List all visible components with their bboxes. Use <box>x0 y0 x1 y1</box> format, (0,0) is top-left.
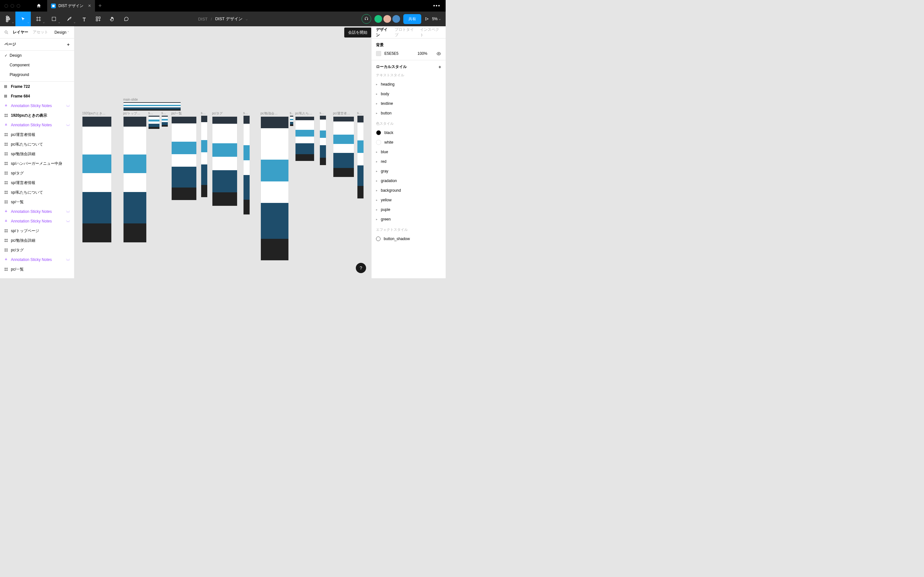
canvas-frame[interactable]: 1920pxのとき… <box>82 111 111 243</box>
color-style-item[interactable]: ▸yellow <box>376 195 441 205</box>
layer-item[interactable]: sp/一覧 <box>0 197 74 207</box>
canvas-frame[interactable]: pc/トップ… <box>123 111 147 243</box>
layer-item[interactable]: Annotation Sticky Notes <box>0 207 74 216</box>
layer-item[interactable]: pc/タグ <box>0 245 74 255</box>
page-item[interactable]: Playground <box>0 70 74 79</box>
shape-tool-button[interactable]: ⌵ <box>46 11 61 26</box>
color-swatch[interactable] <box>376 51 381 56</box>
right-panel-tabs: デザイン プロトタイプ インスペクト <box>372 26 446 39</box>
tab-inspect[interactable]: インスペクト <box>420 27 441 38</box>
canvas-frame[interactable]: s… <box>201 111 208 197</box>
color-style-item[interactable]: ▸gradation <box>376 176 441 185</box>
search-icon[interactable] <box>5 31 8 34</box>
comment-tool-button[interactable] <box>120 11 134 26</box>
audio-call-button[interactable] <box>362 14 371 24</box>
canvas-frame[interactable]: s… <box>320 111 326 165</box>
layer-item[interactable]: Annotation Sticky Notes <box>0 101 74 111</box>
canvas-frame[interactable]: pc/一覧 <box>171 111 197 200</box>
canvas[interactable]: main-slide1920pxのとき…pc/トップ…s…s…pc/一覧s…pc… <box>74 26 371 278</box>
resources-button[interactable] <box>91 11 105 26</box>
main-menu-button[interactable]: ⌵ <box>0 11 15 26</box>
pen-tool-button[interactable]: ⌵ <box>61 11 77 26</box>
canvas-frame[interactable]: pc/私たち… <box>295 111 314 161</box>
file-tab[interactable]: DIST デザイン ✕ <box>47 0 95 11</box>
tab-layers[interactable]: レイヤー <box>13 29 28 35</box>
layer-item[interactable]: sp/タグ <box>0 168 74 178</box>
color-style-item[interactable]: ▸green <box>376 214 441 224</box>
color-style-item[interactable]: ▸red <box>376 157 441 166</box>
color-style-item[interactable]: ▸blue <box>376 147 441 157</box>
canvas-frame[interactable]: main-slide <box>123 98 181 111</box>
hidden-icon[interactable] <box>66 219 70 223</box>
minimize-window-icon[interactable] <box>11 4 14 8</box>
layer-item[interactable]: Frame 684 <box>0 91 74 101</box>
color-style-item[interactable]: ▸background <box>376 185 441 195</box>
text-tool-button[interactable] <box>77 11 91 26</box>
canvas-frame[interactable]: s… <box>290 111 294 126</box>
file-title-area[interactable]: DIST / DIST デザイン ⌵ <box>198 16 247 22</box>
page-item[interactable]: Design <box>0 51 74 60</box>
text-style-item[interactable]: ▸body <box>376 89 441 99</box>
layer-item[interactable]: Frame 722 <box>0 82 74 91</box>
color-style-item[interactable]: white <box>376 137 441 147</box>
layer-item[interactable]: Annotation Sticky Notes <box>0 120 74 130</box>
color-style-item[interactable]: ▸puple <box>376 205 441 214</box>
color-style-item[interactable]: black <box>376 128 441 137</box>
layer-item[interactable]: 1920pxのときの表示 <box>0 111 74 120</box>
tab-prototype[interactable]: プロトタイプ <box>395 27 416 38</box>
hidden-icon[interactable] <box>66 123 70 127</box>
canvas-frame[interactable]: s… <box>243 111 250 215</box>
layer-item[interactable]: Annotation Sticky Notes <box>0 216 74 226</box>
layer-item[interactable]: sp/勉強会詳細 <box>0 149 74 159</box>
page-item[interactable]: Component <box>0 60 74 70</box>
color-style-item[interactable]: ▸gray <box>376 166 441 176</box>
zoom-control[interactable]: 5% ⌵ <box>432 17 441 21</box>
text-style-item[interactable]: ▸button <box>376 108 441 118</box>
present-button[interactable] <box>425 17 429 21</box>
effect-style-item[interactable]: button_shadow <box>376 234 441 243</box>
move-tool-button[interactable]: ⌵ <box>15 11 31 26</box>
layer-item[interactable]: pc/勉強会詳細 <box>0 235 74 245</box>
background-title: 背景 <box>376 42 441 48</box>
layer-item[interactable]: Annotation Sticky Notes <box>0 255 74 264</box>
layer-item[interactable]: pc/私たちについて <box>0 139 74 149</box>
hidden-icon[interactable] <box>66 104 70 107</box>
close-window-icon[interactable] <box>5 4 8 8</box>
layer-item[interactable]: sp/私たちについて <box>0 187 74 197</box>
overflow-menu-icon[interactable]: ••• <box>433 3 441 9</box>
new-tab-button[interactable]: + <box>98 3 102 9</box>
close-tab-icon[interactable]: ✕ <box>88 3 91 8</box>
canvas-frame[interactable]: pc/勉強会… <box>260 111 289 261</box>
layer-item[interactable]: sp/運営者情報 <box>0 178 74 187</box>
avatar[interactable] <box>375 15 382 23</box>
canvas-frame[interactable]: pc/運営者… <box>333 111 354 177</box>
visibility-toggle-icon[interactable] <box>436 51 441 56</box>
layer-item[interactable]: sp/ハンバーガーメニュー中身 <box>0 159 74 168</box>
avatar[interactable] <box>383 15 391 23</box>
layer-item[interactable]: pc/一覧 <box>0 264 74 274</box>
page-selector[interactable]: Design ⌃ <box>55 30 69 35</box>
frame-icon <box>4 239 8 242</box>
maximize-window-icon[interactable] <box>17 4 20 8</box>
text-style-item[interactable]: ▸textline <box>376 99 441 108</box>
canvas-frame[interactable]: s… <box>357 111 364 199</box>
tab-assets[interactable]: アセット <box>33 29 48 35</box>
layer-item[interactable]: sp/トップページ <box>0 226 74 235</box>
layer-item[interactable]: pc/運営者情報 <box>0 130 74 139</box>
hand-tool-button[interactable] <box>105 11 120 26</box>
frame-tool-button[interactable]: ⌵ <box>31 11 46 26</box>
canvas-frame[interactable]: pc/タグ <box>212 111 237 206</box>
text-style-item[interactable]: ▸heading <box>376 79 441 89</box>
canvas-frame[interactable]: s… <box>162 111 168 127</box>
share-button[interactable]: 共有 <box>403 14 421 24</box>
background-row[interactable]: E5E5E5 100% <box>376 51 441 56</box>
tab-design[interactable]: デザイン <box>376 27 390 38</box>
home-icon[interactable] <box>36 3 41 8</box>
canvas-frame[interactable]: s… <box>148 111 160 129</box>
help-button[interactable]: ? <box>356 263 366 273</box>
hidden-icon[interactable] <box>66 258 70 261</box>
add-page-button[interactable]: + <box>67 42 69 47</box>
add-style-button[interactable]: + <box>439 64 441 69</box>
hidden-icon[interactable] <box>66 210 70 213</box>
avatar[interactable] <box>393 15 400 23</box>
